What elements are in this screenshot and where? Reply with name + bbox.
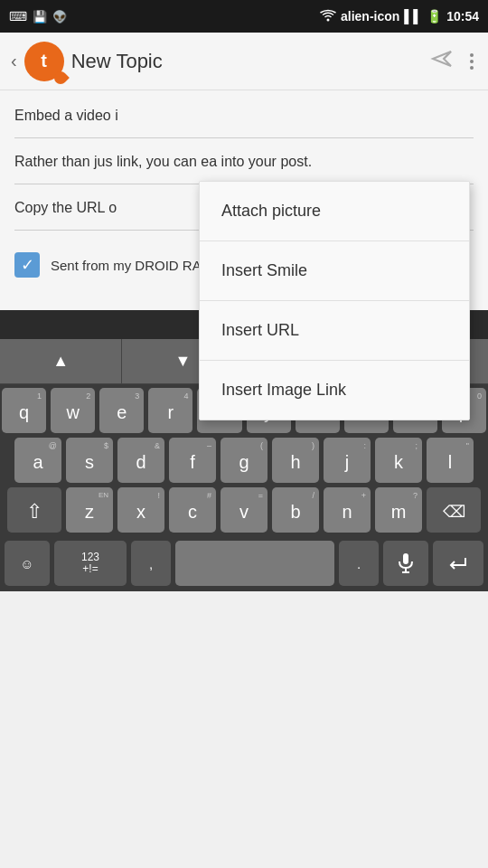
content-line-2: Rather than jus link, you can ea into yo… xyxy=(14,151,474,173)
key-z[interactable]: ENz xyxy=(66,487,113,533)
status-right: alien-icon ▌▌ 🔋 10:54 xyxy=(320,9,479,24)
status-bar: ⌨ 💾 👽 alien-icon ▌▌ 🔋 10:54 xyxy=(0,0,488,33)
svg-rect-2 xyxy=(403,553,408,564)
more-options-button[interactable] xyxy=(466,50,477,73)
status-left: ⌨ 💾 👽 xyxy=(9,9,67,24)
menu-item-insert-image-link[interactable]: Insert Image Link xyxy=(200,361,469,420)
key-l[interactable]: "l xyxy=(427,438,474,483)
key-f[interactable]: –f xyxy=(169,438,216,483)
dot-3 xyxy=(470,66,474,70)
key-e[interactable]: 3e xyxy=(99,388,144,433)
key-v[interactable]: =v xyxy=(221,487,267,533)
nav-up[interactable]: ▲ xyxy=(0,339,122,383)
app-logo: t xyxy=(24,42,64,81)
app-bar-left: ‹ t New Topic xyxy=(11,42,430,81)
wifi-icon xyxy=(320,9,336,24)
notification-icon: 👽 xyxy=(52,10,67,24)
key-s[interactable]: $s xyxy=(66,438,113,483)
key-w[interactable]: 2w xyxy=(51,388,95,433)
numpad-key[interactable]: 123+!= xyxy=(54,541,127,586)
key-b[interactable]: /b xyxy=(272,487,319,533)
period-key[interactable]: . xyxy=(339,541,379,586)
content-line-1: Embed a video i xyxy=(14,105,474,127)
dot-2 xyxy=(470,60,474,63)
key-d[interactable]: &d xyxy=(117,438,164,483)
menu-item-insert-smile[interactable]: Insert Smile xyxy=(200,241,469,301)
key-g[interactable]: (g xyxy=(221,438,267,483)
key-k[interactable]: ;k xyxy=(375,438,422,483)
signal-icon: ▌▌ xyxy=(404,9,422,24)
app-bar: ‹ t New Topic xyxy=(0,33,488,90)
back-button[interactable]: ‹ xyxy=(11,51,17,71)
key-j[interactable]: :j xyxy=(324,438,371,483)
shift-key[interactable]: ⇧ xyxy=(7,487,61,533)
keyboard-bottom-row: ☺ 123+!= , . xyxy=(0,539,488,591)
svg-point-0 xyxy=(326,18,329,21)
menu-item-attach-picture[interactable]: Attach picture xyxy=(200,182,469,241)
logo-letter: t xyxy=(41,51,47,71)
comma-key[interactable]: , xyxy=(131,541,171,586)
key-q[interactable]: 1q xyxy=(2,388,46,433)
key-h[interactable]: )h xyxy=(272,438,319,483)
network-type: alien-icon xyxy=(341,9,399,24)
microphone-key[interactable] xyxy=(383,541,428,586)
app-bar-actions xyxy=(430,47,477,76)
key-x[interactable]: !x xyxy=(117,487,164,533)
battery-icon: 🔋 xyxy=(427,9,442,24)
key-m[interactable]: ?m xyxy=(375,487,422,533)
dot-1 xyxy=(470,53,474,57)
divider-1 xyxy=(14,137,474,138)
clock: 10:54 xyxy=(446,9,479,24)
keyboard-status-icon: ⌨ xyxy=(9,9,27,24)
menu-item-insert-url[interactable]: Insert URL xyxy=(200,301,469,361)
signature-checkbox[interactable]: ✓ xyxy=(14,252,40,278)
dropdown-menu: Attach picture Insert Smile Insert URL I… xyxy=(199,181,470,420)
content-area: Embed a video i Rather than jus link, yo… xyxy=(0,90,488,310)
page-title: New Topic xyxy=(71,50,163,73)
key-c[interactable]: #c xyxy=(169,487,216,533)
spacebar-key[interactable] xyxy=(175,541,334,586)
sd-card-icon: 💾 xyxy=(33,10,47,24)
key-a[interactable]: @a xyxy=(14,438,61,483)
key-n[interactable]: +n xyxy=(324,487,371,533)
key-row-2: @a $s &d –f (g )h :j ;k "l xyxy=(2,438,486,483)
key-r[interactable]: 4r xyxy=(148,388,192,433)
enter-key[interactable] xyxy=(433,541,483,586)
send-button[interactable] xyxy=(430,47,454,76)
backspace-key[interactable]: ⌫ xyxy=(427,487,481,533)
key-row-3: ⇧ ENz !x #c =v /b +n ?m ⌫ xyxy=(2,487,486,533)
emoji-key[interactable]: ☺ xyxy=(5,541,50,586)
